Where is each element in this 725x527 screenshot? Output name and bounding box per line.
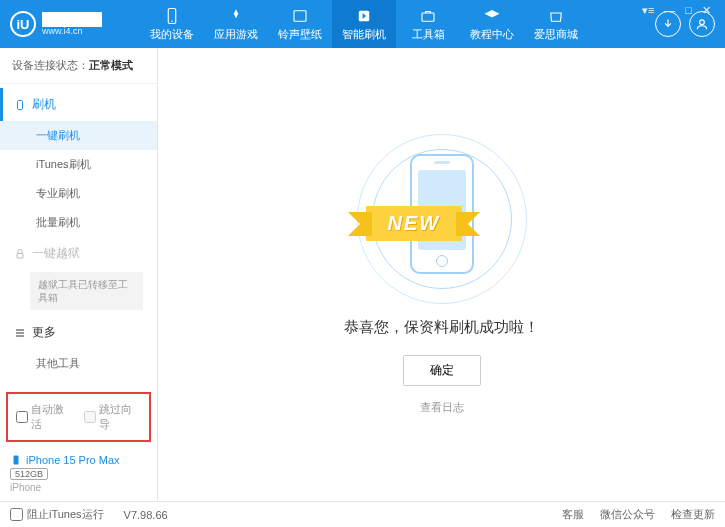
- nav-label: 我的设备: [150, 27, 194, 42]
- phone-icon: [14, 99, 26, 111]
- jailbreak-note: 越狱工具已转移至工具箱: [30, 272, 143, 310]
- new-badge: NEW: [366, 206, 463, 241]
- nav-label: 工具箱: [412, 27, 445, 42]
- device-type: iPhone: [10, 482, 147, 493]
- success-illustration: NEW: [332, 134, 552, 304]
- options-box: 自动激活 跳过向导: [6, 392, 151, 442]
- apps-icon: [227, 7, 245, 25]
- window-controls: ▾≡ — □ ✕: [642, 4, 711, 17]
- phone-icon: [10, 454, 22, 466]
- store-icon: [547, 7, 565, 25]
- svg-rect-4: [422, 13, 434, 21]
- sidebar: 设备连接状态：正常模式 刷机 一键刷机 iTunes刷机 专业刷机 批量刷机 一…: [0, 48, 158, 501]
- skip-guide-checkbox[interactable]: 跳过向导: [84, 402, 142, 432]
- app-logo: iU 爱思助手 www.i4.cn: [10, 11, 140, 37]
- lock-icon: [14, 248, 26, 260]
- maximize-icon[interactable]: □: [685, 4, 692, 17]
- sidebar-group-more[interactable]: 更多: [0, 316, 157, 349]
- nav-toolbox[interactable]: 工具箱: [396, 0, 460, 48]
- close-icon[interactable]: ✕: [702, 4, 711, 17]
- sidebar-item-download-firmware[interactable]: 下载固件: [0, 378, 157, 386]
- support-link[interactable]: 客服: [562, 507, 584, 522]
- nav-label: 应用游戏: [214, 27, 258, 42]
- app-url: www.i4.cn: [42, 27, 102, 36]
- nav-tutorial[interactable]: 教程中心: [460, 0, 524, 48]
- menu-icon[interactable]: ▾≡: [642, 4, 654, 17]
- nav-label: 教程中心: [470, 27, 514, 42]
- view-log-link[interactable]: 查看日志: [420, 400, 464, 415]
- nav-apps-games[interactable]: 应用游戏: [204, 0, 268, 48]
- svg-point-5: [700, 20, 705, 25]
- main-content: NEW 恭喜您，保资料刷机成功啦！ 确定 查看日志: [158, 48, 725, 501]
- nav-ringtone-wallpaper[interactable]: 铃声壁纸: [268, 0, 332, 48]
- nav-label: 铃声壁纸: [278, 27, 322, 42]
- toolbox-icon: [419, 7, 437, 25]
- top-nav: 我的设备 应用游戏 铃声壁纸 智能刷机 工具箱 教程中心 爱思商城: [140, 0, 588, 48]
- svg-point-1: [171, 20, 173, 22]
- nav-store[interactable]: 爱思商城: [524, 0, 588, 48]
- nav-label: 智能刷机: [342, 27, 386, 42]
- ok-button[interactable]: 确定: [403, 355, 481, 386]
- block-itunes-checkbox[interactable]: 阻止iTunes运行: [10, 507, 104, 522]
- titlebar: iU 爱思助手 www.i4.cn 我的设备 应用游戏 铃声壁纸 智能刷机 工具…: [0, 0, 725, 48]
- sidebar-item-batch-flash[interactable]: 批量刷机: [0, 208, 157, 237]
- nav-label: 爱思商城: [534, 27, 578, 42]
- menu-icon: [14, 327, 26, 339]
- check-update-link[interactable]: 检查更新: [671, 507, 715, 522]
- version-label: V7.98.66: [124, 509, 168, 521]
- picture-icon: [291, 7, 309, 25]
- success-message: 恭喜您，保资料刷机成功啦！: [344, 318, 539, 337]
- wechat-link[interactable]: 微信公众号: [600, 507, 655, 522]
- sidebar-item-other-tools[interactable]: 其他工具: [0, 349, 157, 378]
- graduation-icon: [483, 7, 501, 25]
- minimize-icon[interactable]: —: [664, 4, 675, 17]
- device-name[interactable]: iPhone 15 Pro Max: [10, 454, 147, 466]
- logo-icon: iU: [10, 11, 36, 37]
- sidebar-item-itunes-flash[interactable]: iTunes刷机: [0, 150, 157, 179]
- svg-rect-2: [294, 10, 306, 21]
- svg-rect-8: [14, 456, 19, 465]
- phone-icon: [163, 7, 181, 25]
- nav-smart-flash[interactable]: 智能刷机: [332, 0, 396, 48]
- connection-status: 设备连接状态：正常模式: [0, 48, 157, 84]
- sidebar-item-one-key-flash[interactable]: 一键刷机: [0, 121, 157, 150]
- sidebar-group-flash[interactable]: 刷机: [0, 88, 157, 121]
- svg-rect-7: [17, 253, 23, 258]
- statusbar: 阻止iTunes运行 V7.98.66 客服 微信公众号 检查更新: [0, 501, 725, 527]
- sidebar-group-jailbreak: 一键越狱: [0, 237, 157, 270]
- storage-badge: 512GB: [10, 468, 48, 480]
- svg-rect-6: [18, 100, 23, 109]
- device-info: iPhone 15 Pro Max 512GB iPhone: [0, 448, 157, 501]
- app-name: 爱思助手: [42, 12, 102, 27]
- flash-icon: [355, 7, 373, 25]
- nav-my-device[interactable]: 我的设备: [140, 0, 204, 48]
- sidebar-item-pro-flash[interactable]: 专业刷机: [0, 179, 157, 208]
- auto-activate-checkbox[interactable]: 自动激活: [16, 402, 74, 432]
